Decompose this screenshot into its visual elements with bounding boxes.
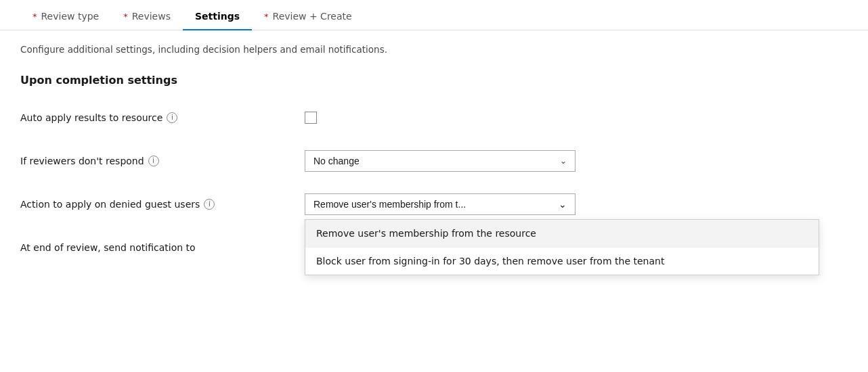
dropdown-option-block-user[interactable]: Block user from signing-in for 30 days, … [305,247,819,275]
action-denied-dropdown-panel: Remove user's membership from the resour… [305,219,819,275]
action-denied-dropdown-button[interactable]: Remove user's membership from t... ⌄ [305,193,576,215]
tab-review-type[interactable]: * Review type [20,0,111,30]
auto-apply-info-icon[interactable]: i [167,112,177,123]
settings-content: Configure additional settings, including… [0,30,868,296]
auto-apply-checkbox[interactable] [305,112,317,124]
if-no-respond-row: If reviewers don't respond i No change ⌄ [20,146,848,176]
action-denied-dropdown-wrapper: Remove user's membership from t... ⌄ Rem… [305,193,819,215]
tab-settings-label: Settings [195,11,240,22]
dropdown-option-remove-membership[interactable]: Remove user's membership from the resour… [305,220,819,247]
tab-settings[interactable]: Settings [183,0,252,30]
auto-apply-row: Auto apply results to resource i [20,103,848,133]
tab-bar: * Review type * Reviews Settings * Revie… [0,0,868,30]
auto-apply-label: Auto apply results to resource i [20,112,305,123]
send-notification-label: At end of review, send notification to [20,242,305,253]
required-star-review-create: * [264,11,269,22]
tab-reviews[interactable]: * Reviews [111,0,183,30]
action-denied-dropdown-value: Remove user's membership from t... [313,199,466,210]
tab-review-create[interactable]: * Review + Create [252,0,364,30]
send-notification-label-text: At end of review, send notification to [20,242,196,253]
action-denied-row: Action to apply on denied guest users i … [20,189,848,219]
tab-reviews-label: Reviews [132,11,171,22]
chevron-down-icon: ⌄ [560,156,567,166]
required-star-review-type: * [32,11,37,22]
if-no-respond-info-icon[interactable]: i [148,156,159,166]
if-no-respond-dropdown-value: No change [313,156,360,166]
action-denied-label: Action to apply on denied guest users i [20,199,305,210]
if-no-respond-label: If reviewers don't respond i [20,156,305,166]
if-no-respond-dropdown[interactable]: No change ⌄ [305,150,576,172]
action-denied-info-icon[interactable]: i [204,199,215,210]
tab-review-type-label: Review type [41,11,100,22]
settings-subtitle: Configure additional settings, including… [20,44,848,55]
section-title: Upon completion settings [20,74,848,87]
action-denied-label-text: Action to apply on denied guest users [20,199,200,210]
if-no-respond-dropdown-button[interactable]: No change ⌄ [305,150,576,172]
required-star-reviews: * [123,11,128,22]
auto-apply-label-text: Auto apply results to resource [20,112,162,123]
if-no-respond-label-text: If reviewers don't respond [20,156,144,166]
chevron-down-icon-2: ⌄ [559,199,567,210]
tab-review-create-label: Review + Create [273,11,352,22]
